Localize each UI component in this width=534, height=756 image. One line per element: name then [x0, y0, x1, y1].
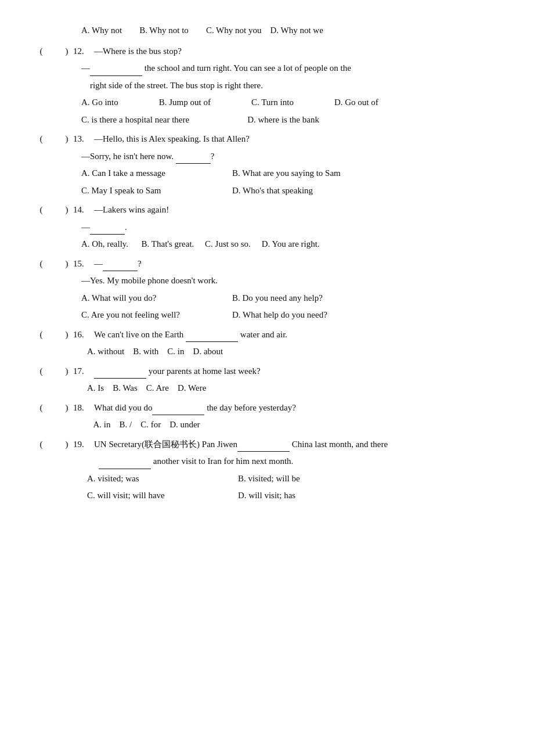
q14-opt-c: C. Just so so.	[205, 239, 251, 249]
q19-main-line: ( ) 19. UN Secretary(联合国秘书长) Pan Jiwen C…	[35, 437, 499, 452]
q18-prompt: What did you do the day before yesterday…	[94, 401, 499, 416]
q15-block: ( ) 15. —? —Yes. My mobile phone doesn't…	[35, 257, 499, 323]
q12-sub1: — the school and turn right. You can see…	[81, 61, 499, 76]
q19-block: ( ) 19. UN Secretary(联合国秘书长) Pan Jiwen C…	[35, 437, 499, 503]
q12-bracket-space	[48, 44, 60, 59]
q19-options-row2: C. will visit; will have D. will visit; …	[87, 488, 499, 503]
q12-opt-c: C. Turn into	[251, 95, 294, 110]
q18-block: ( ) 18. What did you do the day before y…	[35, 401, 499, 433]
q16-opt-a: A. without	[87, 347, 124, 356]
q17-options-row: A. Is B. Was C. Are D. Were	[87, 381, 499, 396]
q13-options-row2: C. May I speak to Sam D. Who's that spea…	[81, 183, 499, 199]
q17-bracket-close: )	[60, 364, 73, 379]
q16-opt-d: D. about	[193, 347, 223, 356]
q13-sub1: —Sorry, he isn't here now. ?	[81, 149, 499, 164]
q15-number: 15.	[73, 257, 94, 272]
q15-opt-b: B. Do you need any help?	[232, 291, 323, 306]
q16-bracket-close: )	[60, 327, 73, 343]
q16-number: 16.	[73, 327, 94, 343]
q15-bracket-open: (	[35, 257, 48, 272]
q13-block: ( ) 13. —Hello, this is Alex speaking. I…	[35, 132, 499, 198]
q13-bracket-open: (	[35, 132, 48, 147]
q18-blank	[152, 406, 204, 415]
q12-bracket-close: )	[60, 44, 73, 59]
q17-bracket-space	[48, 364, 60, 379]
q19-options-row1: A. visited; was B. visited; will be	[87, 471, 499, 487]
q17-opt-d: D. Were	[178, 383, 206, 393]
q17-blank	[94, 370, 146, 379]
q13-opt-b: B. What are you saying to Sam	[232, 166, 341, 181]
q12-options-row1: A. Go into B. Jump out of C. Turn into D…	[81, 95, 499, 110]
q14-opt-b: B. That's great.	[142, 239, 194, 249]
q15-sub1: —Yes. My mobile phone doesn't work.	[81, 273, 499, 289]
q18-bracket-close: )	[60, 401, 73, 416]
q11-opt-c: C. Why not you	[206, 26, 262, 35]
q16-block: ( ) 16. We can't live on the Earth water…	[35, 327, 499, 359]
q14-bracket-space	[48, 203, 60, 218]
q11-options-line: A. Why not B. Why not to C. Why not you …	[81, 23, 499, 38]
q19-blank2	[99, 460, 151, 469]
q16-bracket-open: (	[35, 327, 48, 343]
q17-prompt: your parents at home last week?	[94, 364, 499, 379]
q13-number: 13.	[73, 132, 94, 147]
q12-blank1	[90, 67, 142, 76]
q11-opt-a: A. Why not	[81, 26, 122, 35]
q15-prompt: —?	[94, 257, 499, 272]
q13-main-line: ( ) 13. —Hello, this is Alex speaking. I…	[35, 132, 499, 147]
q14-bracket-close: )	[60, 203, 73, 218]
q19-number: 19.	[73, 437, 94, 452]
q14-block: ( ) 14. —Lakers wins again! —. A. Oh, re…	[35, 203, 499, 252]
q16-prompt: We can't live on the Earth water and air…	[94, 327, 499, 343]
q15-options-row1: A. What will you do? B. Do you need any …	[81, 291, 499, 306]
q18-opt-d: D. under	[169, 420, 200, 429]
q12-opt-f: D. where is the bank	[247, 113, 319, 128]
q16-opt-b: B. with	[133, 347, 158, 356]
q15-options-row2: C. Are you not feeling well? D. What hel…	[81, 308, 499, 323]
q16-blank	[186, 333, 238, 342]
q12-block: ( ) 12. —Where is the bus stop? — the sc…	[35, 44, 499, 128]
q13-options-row1: A. Can I take a message B. What are you …	[81, 166, 499, 181]
q15-opt-a: A. What will you do?	[81, 291, 232, 306]
q16-options-row: A. without B. with C. in D. about	[87, 344, 499, 359]
q13-bracket-close: )	[60, 132, 73, 147]
q13-prompt: —Hello, this is Alex speaking. Is that A…	[94, 132, 499, 147]
q12-opt-b: B. Jump out of	[159, 95, 211, 110]
q14-main-line: ( ) 14. —Lakers wins again!	[35, 203, 499, 218]
q11-opt-d: D. Why not we	[270, 26, 323, 35]
q19-opt-b: B. visited; will be	[238, 471, 300, 487]
q17-bracket-open: (	[35, 364, 48, 379]
q19-opt-d: D. will visit; has	[238, 488, 295, 503]
q12-prompt: —Where is the bus stop?	[94, 44, 499, 59]
q19-opt-a: A. visited; was	[87, 471, 238, 487]
q13-opt-d: D. Who's that speaking	[232, 183, 313, 199]
q16-main-line: ( ) 16. We can't live on the Earth water…	[35, 327, 499, 343]
q12-opt-d: D. Go out of	[334, 95, 378, 110]
q12-bracket-open: (	[35, 44, 48, 59]
q14-sub1: —.	[81, 220, 499, 235]
q15-blank	[103, 262, 138, 271]
q16-bracket-space	[48, 327, 60, 343]
q18-opt-a: A. in	[93, 420, 110, 429]
q17-main-line: ( ) 17. your parents at home last week?	[35, 364, 499, 379]
q12-number: 12.	[73, 44, 94, 59]
q12-sub2: right side of the street. The bus stop i…	[81, 78, 499, 93]
q18-number: 18.	[73, 401, 94, 416]
q17-opt-b: B. Was	[113, 383, 138, 393]
q14-blank	[90, 226, 125, 235]
q18-options-row: A. in B. / C. for D. under	[87, 417, 499, 433]
q15-bracket-space	[48, 257, 60, 272]
q14-opt-a: A. Oh, really.	[81, 239, 128, 249]
q13-opt-a: A. Can I take a message	[81, 166, 232, 181]
q11-options-block: A. Why not B. Why not to C. Why not you …	[35, 23, 499, 38]
q14-bracket-open: (	[35, 203, 48, 218]
q15-main-line: ( ) 15. —?	[35, 257, 499, 272]
q19-opt-c: C. will visit; will have	[87, 488, 238, 503]
q17-opt-a: A. Is	[87, 383, 104, 393]
q16-opt-c: C. in	[167, 347, 184, 356]
q17-block: ( ) 17. your parents at home last week? …	[35, 364, 499, 396]
q14-options-row: A. Oh, really. B. That's great. C. Just …	[81, 237, 499, 252]
q13-blank	[176, 155, 211, 164]
q14-number: 14.	[73, 203, 94, 218]
q19-bracket-open: (	[35, 437, 48, 452]
q18-opt-b: B. /	[119, 420, 132, 429]
